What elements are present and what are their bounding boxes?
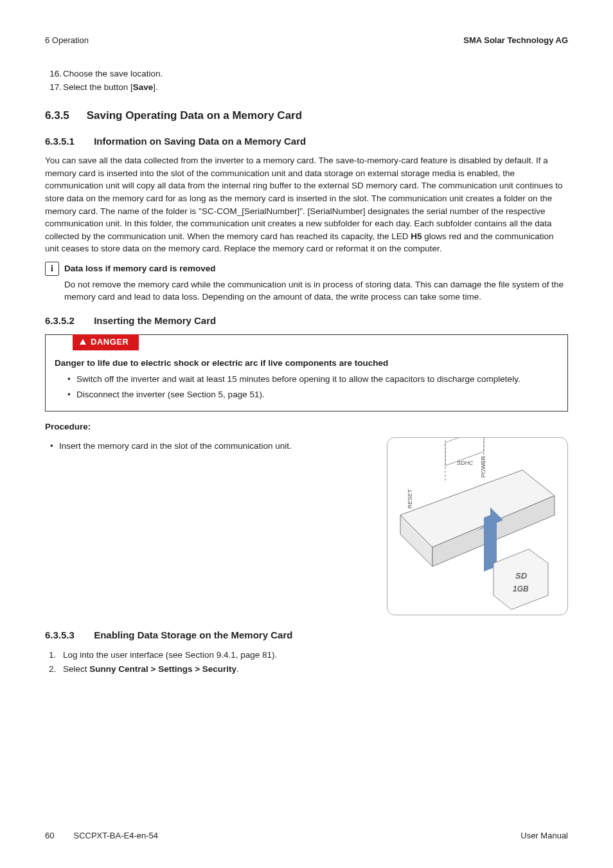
procedure-heading: Procedure: [45,420,568,433]
danger-title: Danger to life due to electric shock or … [55,357,558,370]
step-text-bold: Save [133,82,154,92]
fig-sdhc-label: SDHC [457,460,474,466]
info-note: i Data loss if memory card is removed Do… [45,262,568,303]
info-head: i Data loss if memory card is removed [45,262,568,276]
danger-box: DANGER Danger to life due to electric sh… [45,334,568,412]
step-number: 2. [49,663,56,676]
page-header: 6 Operation SMA Solar Technology AG [45,35,568,47]
step-number: 1. [49,649,56,662]
section-number: 6.3.5.1 [45,134,91,149]
fig-sd-label: SD [515,571,528,581]
info-icon: i [45,262,59,276]
info-title: Data loss if memory card is removed [64,262,216,275]
procedure-item: Insert the memory card in the slot of th… [50,440,374,453]
step-text: Log into the user interface (see Section… [63,650,277,660]
heading-6-3-5-3: 6.3.5.3 Enabling Data Storage on the Mem… [45,628,568,642]
section-number: 6.3.5 [45,108,84,124]
continued-steps-list: 16. Choose the save location. 17. Select… [45,68,568,94]
danger-bullets: Switch off the inverter and wait at leas… [55,373,558,401]
section-title: Enabling Data Storage on the Memory Card [94,629,292,640]
section-title: Information on Saving Data on a Memory C… [94,136,306,147]
footer-doc-id: SCCPXT-BA-E4-en-54 [73,830,158,842]
fig-power-label: POWER [480,455,486,478]
step-16: 16. Choose the save location. [63,68,568,80]
para-pre: You can save all the data collected from… [45,156,562,240]
section-title: Inserting the Memory Card [94,315,216,326]
heading-6-3-5-1: 6.3.5.1 Information on Saving Data on a … [45,134,568,149]
danger-label-text: DANGER [91,336,129,348]
step-2: 2. Select Sunny Central > Settings > Sec… [63,663,568,676]
page: 6 Operation SMA Solar Technology AG 16. … [0,0,613,868]
heading-6-3-5: 6.3.5 Saving Operating Data on a Memory … [45,108,568,124]
footer-page-number: 60 [45,830,54,842]
paragraph-6-3-5-1: You can save all the data collected from… [45,154,568,255]
fig-reset-label: RESET [407,489,413,509]
footer-manual-label: User Manual [520,830,568,842]
step-number: 16. [45,68,62,80]
danger-item: Switch off the inverter and wait at leas… [67,373,558,386]
info-body: Do not remove the memory card while the … [45,278,568,303]
procedure-text: Insert the memory card in the slot of th… [45,437,374,455]
procedure-row: Insert the memory card in the slot of th… [45,437,568,615]
step-text-pre: Select [63,664,89,674]
header-right: SMA Solar Technology AG [463,35,568,47]
page-footer: 60 SCCPXT-BA-E4-en-54 User Manual [45,830,568,842]
danger-item: Disconnect the inverter (see Section 5, … [67,388,558,401]
step-17: 17. Select the button [Save]. [63,81,568,94]
danger-label: DANGER [73,334,139,350]
warning-triangle-icon [79,338,87,346]
section-title: Saving Operating Data on a Memory Card [87,109,302,122]
step-text-pre: Select the button [ [63,82,133,92]
para-bold: H5 [411,231,422,241]
section-number: 6.3.5.3 [45,628,91,642]
figure-memory-card-insert: SD 1GB RESET SDHC POWER [387,437,568,615]
step-1: 1. Log into the user interface (see Sect… [63,649,568,662]
heading-6-3-5-2: 6.3.5.2 Inserting the Memory Card [45,314,568,328]
step-text-bold: Sunny Central > Settings > Security [89,664,236,674]
steps-6-3-5-3: 1. Log into the user interface (see Sect… [45,649,568,676]
header-left: 6 Operation [45,35,89,47]
fig-gb-label: 1GB [513,584,529,593]
step-text-post: . [236,664,239,674]
step-number: 17. [45,81,62,94]
step-text-post: ]. [153,82,158,92]
section-number: 6.3.5.2 [45,314,91,328]
step-text: Choose the save location. [63,69,163,78]
